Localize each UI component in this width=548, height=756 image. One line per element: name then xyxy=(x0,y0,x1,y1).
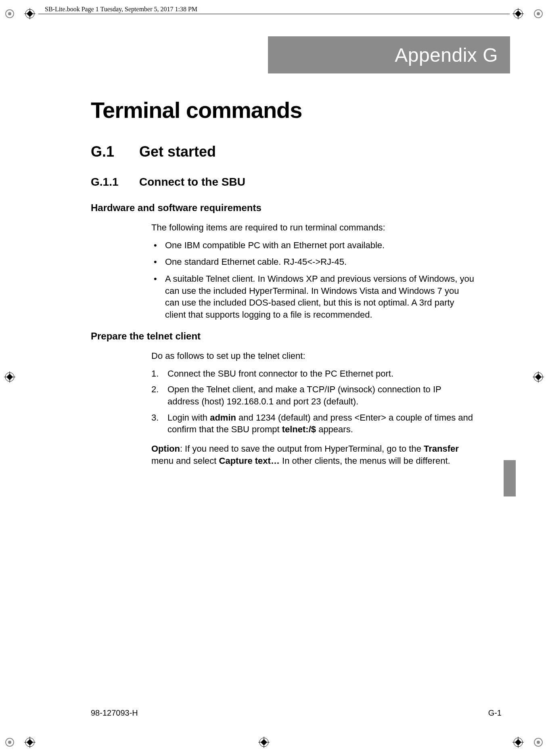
bullet-list: One IBM compatible PC with an Ethernet p… xyxy=(151,239,474,321)
registration-mark-icon xyxy=(4,8,15,19)
registration-mark-icon xyxy=(512,737,524,748)
svg-marker-33 xyxy=(515,739,521,746)
heading-1-number: G.1 xyxy=(91,143,139,160)
text-bold: admin xyxy=(210,413,236,423)
list-item: A suitable Telnet client. In Windows XP … xyxy=(151,273,474,321)
heading-3: Hardware and software requirements xyxy=(91,202,474,214)
footer: 98-127093-H G-1 xyxy=(91,708,502,718)
page-title: Terminal commands xyxy=(91,97,474,123)
heading-2-text: Connect to the SBU xyxy=(139,176,245,188)
svg-marker-29 xyxy=(261,739,267,746)
content-area: Terminal commands G.1Get started G.1.1Co… xyxy=(91,97,474,472)
text-run: appears. xyxy=(316,424,353,434)
svg-marker-25 xyxy=(27,739,33,746)
svg-point-1 xyxy=(8,12,11,15)
text-bold: telnet:/$ xyxy=(282,424,316,434)
heading-3: Prepare the telnet client xyxy=(91,331,474,342)
registration-mark-icon xyxy=(4,371,15,383)
heading-1: G.1Get started xyxy=(91,143,474,160)
footer-page-number: G-1 xyxy=(488,708,502,718)
registration-mark-icon xyxy=(533,371,544,383)
paragraph: Option: If you need to save the output f… xyxy=(151,443,474,467)
heading-2-number: G.1.1 xyxy=(91,176,139,188)
svg-point-35 xyxy=(537,741,540,744)
registration-mark-icon xyxy=(24,8,36,19)
text-bold: Capture text… xyxy=(219,456,280,466)
ordered-list: Connect the SBU front connector to the P… xyxy=(151,368,474,436)
text-run: Login with xyxy=(167,413,210,423)
body-block: The following items are required to run … xyxy=(151,222,474,321)
list-item: One IBM compatible PC with an Ethernet p… xyxy=(151,239,474,251)
text-bold: Transfer xyxy=(424,444,459,454)
appendix-banner: Appendix G xyxy=(268,36,510,73)
text-run: menu and select xyxy=(151,456,219,466)
svg-point-21 xyxy=(8,741,11,744)
heading-1-text: Get started xyxy=(139,143,216,160)
list-item: Login with admin and 1234 (default) and … xyxy=(151,412,474,436)
page: SB-Lite.book Page 1 Tuesday, September 5… xyxy=(0,0,548,756)
footer-doc-id: 98-127093-H xyxy=(91,708,138,718)
paragraph: The following items are required to run … xyxy=(151,222,474,234)
registration-mark-icon xyxy=(533,737,544,748)
registration-mark-icon xyxy=(533,8,544,19)
registration-mark-icon xyxy=(258,737,270,748)
svg-marker-9 xyxy=(515,10,521,17)
registration-mark-icon xyxy=(4,737,15,748)
list-item: One standard Ethernet cable. RJ-45<->RJ-… xyxy=(151,256,474,268)
side-tab xyxy=(504,460,516,496)
paragraph: Do as follows to set up the telnet clien… xyxy=(151,350,474,362)
body-block: Do as follows to set up the telnet clien… xyxy=(151,350,474,467)
svg-marker-19 xyxy=(535,374,542,380)
svg-point-11 xyxy=(537,12,540,15)
list-item: Open the Telnet client, and make a TCP/I… xyxy=(151,383,474,407)
heading-2: G.1.1Connect to the SBU xyxy=(91,176,474,188)
header-rule xyxy=(38,14,510,14)
list-item: Connect the SBU front connector to the P… xyxy=(151,368,474,380)
registration-mark-icon xyxy=(24,737,36,748)
text-run: In other clients, the menus will be diff… xyxy=(280,456,450,466)
svg-marker-15 xyxy=(6,374,13,380)
text-bold: Option xyxy=(151,444,180,454)
registration-mark-icon xyxy=(512,8,524,19)
svg-marker-5 xyxy=(27,10,33,17)
header-meta: SB-Lite.book Page 1 Tuesday, September 5… xyxy=(42,6,200,13)
text-run: : If you need to save the output from Hy… xyxy=(180,444,424,454)
